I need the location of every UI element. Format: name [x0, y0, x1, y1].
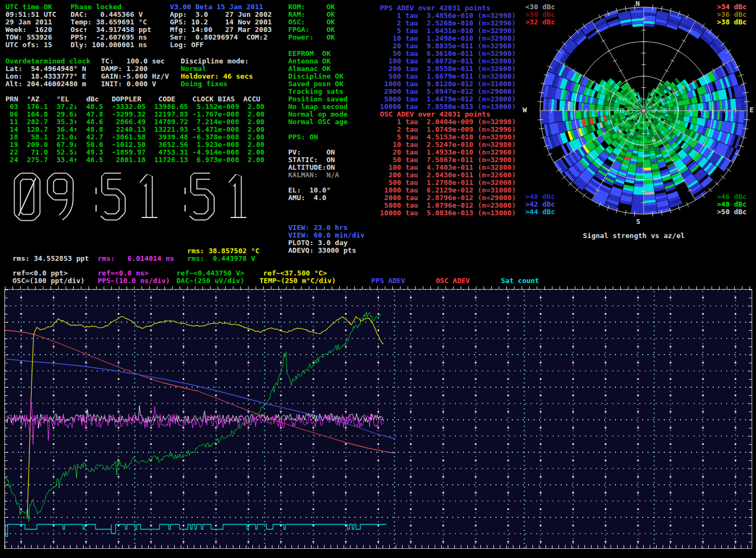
- lady-heather-screen: UTC time OK 09:51:51 UTC29 Jan 2011Week:…: [0, 0, 756, 558]
- osc_adev-row: 10 tau 2.5247e-010 (n=32980): [380, 141, 516, 149]
- phase-line: Temp: 38.659691 °C: [71, 18, 151, 26]
- polar-legend-item: >30 dBc: [525, 11, 555, 18]
- position-block: Overdetermined clock Lat: 54.4964948° NL…: [5, 57, 91, 88]
- receiver-status-block: ROM: OKRAM: OKOSC: OKFPGA: OKPower: OK: [288, 3, 335, 41]
- receiver-status-line: RAM: OK: [288, 11, 335, 18]
- discipline-mode-line: Doing fixes: [181, 80, 253, 88]
- polar-legend-item: >36 dBc: [717, 11, 747, 18]
- minor-status-line: No leap second: [288, 103, 348, 111]
- utc-line: 29 Jan 2011: [5, 18, 56, 26]
- osc-adev-table: OSC ADEV over 42031 points 1 tau 2.0404e…: [380, 111, 516, 217]
- phase-block: Phase locked DAC: 0.445366 VTemp: 38.659…: [71, 3, 151, 49]
- fix-flags-block: PV: ONSTATIC: ONALTITUDE:ON KALMAN: N/A: [288, 149, 339, 179]
- osc_adev-row: 50 tau 7.5867e-011 (n=32900): [380, 156, 516, 164]
- minor-status-line: Tracking sats: [288, 88, 348, 95]
- rms-temp-label: rms: 38.857502 °C: [187, 247, 259, 255]
- phase-line: Dly: 100.000001 ns: [71, 41, 151, 49]
- pps-state-block: PPS: ON: [288, 133, 318, 141]
- pps_adev-row: 10 tau 1.2498e-010 (n=32980): [380, 35, 516, 42]
- polar-legend-item: >44 dBc: [525, 208, 555, 216]
- loop-params-block: TC: 100.0 secDAMP: 1.200GAIN:-5.000 Hz/V…: [101, 57, 169, 88]
- receiver-status-line: Power: OK: [288, 34, 335, 41]
- strip-chart-svg: [5, 290, 752, 548]
- receiver-status-line: ROM: OK: [288, 3, 335, 11]
- signal-level-line: EL: 10.0°: [288, 187, 331, 194]
- position-line: Lon: 18.4333777° E: [5, 73, 91, 80]
- utc-line: Week: 1620: [5, 26, 56, 34]
- phase-status: Phase locked: [71, 3, 151, 11]
- pps_adev-row: 50 tau 6.3610e-011 (n=32900): [380, 50, 516, 57]
- fix-flag-line: STATIC: ON: [288, 156, 339, 164]
- rms-osc-label: rms: 34.552853 ppt: [12, 255, 89, 262]
- fix-flag-line: ALTITUDE:ON: [288, 164, 339, 171]
- pps-adev-title: PPS ADEV over 42031 points: [380, 4, 516, 12]
- polar-legend-item: >40 dBc: [525, 193, 555, 201]
- ref-osc-label: ref=<0.0 ppt>: [12, 270, 68, 277]
- rms-dac-label: rms: 0.443978 V: [187, 255, 255, 262]
- osc_adev-row: 2 tau 1.0749e-009 (n=32996): [380, 126, 516, 133]
- pps_adev-row: 100 tau 4.6072e-011 (n=32800): [380, 57, 516, 65]
- minor-status-line: Normal OSC age: [288, 118, 348, 126]
- pps_adev-row: 20 tau 9.8835e-011 (n=32960): [380, 42, 516, 50]
- loop-param-line: INIT: 0.000 V: [101, 80, 169, 88]
- phase-line: DAC: 0.445366 V: [71, 11, 151, 18]
- osc_adev-row: 10000 tau 5.0836e-013 (n=13000): [380, 209, 516, 217]
- osc_adev-row: 1 tau 2.0404e-009 (n=32998): [380, 118, 516, 126]
- discipline-mode-label: Discipline mode:: [181, 57, 253, 65]
- osc_adev-row: 100 tau 4.7403e-011 (n=32800): [380, 164, 516, 171]
- version-line: Mfg: 14:00 27 Mar 2003: [170, 26, 272, 34]
- pps_adev-row: 1000 tau 9.8128e-012 (n=31000): [380, 80, 516, 88]
- scale-osc-label: OSC=(100 ppt/div): [12, 277, 85, 285]
- sat-table-row: 11 282.7 35.3↑ 48.6 2866.49 14789.72 7.2…: [5, 118, 264, 126]
- version-line: App: 3.0 27 Jun 2002: [170, 11, 272, 18]
- utc-line: UTC ofs: 15: [5, 41, 56, 49]
- utc-line: TOW: 553926: [5, 34, 56, 41]
- utc-line: 09:51:51 UTC: [5, 11, 56, 18]
- pps-state: PPS: ON: [288, 133, 318, 141]
- osc_adev-row: 1000 tau 6.2129e-012 (n=31000): [380, 187, 516, 194]
- sat-table-row: 18 58.1 21.0↓ 42.7 -3061.58 3939.48 -6.3…: [5, 133, 264, 141]
- scale-pps-label: PPS~(10.0 ns/div): [98, 277, 170, 285]
- view-settings-block: VIEW: 23.0 hrsVIEW: 60.0 min/divPLOTQ: 3…: [288, 224, 365, 254]
- view-setting-line: VIEW: 60.0 min/div: [288, 232, 365, 239]
- sat-table-row: 22 71.0 52.5↓ 49.3 -1859.97 4753.31 -4.9…: [5, 149, 264, 156]
- odc-title: Overdetermined clock: [5, 57, 91, 65]
- osc_adev-row: 5 tau 4.5153e-010 (n=32990): [380, 133, 516, 141]
- position-line: Alt: 204.46002480 m: [5, 80, 91, 88]
- discipline-mode-line: Holdover: 46 secs: [181, 73, 253, 80]
- minor-status-line: Saved posn OK: [288, 80, 348, 88]
- plot-legend-osc-adev: OSC ADEV: [436, 277, 470, 285]
- version-line: GPS: 10.2 14 Nov 2001: [170, 18, 272, 26]
- receiver-status-line: FPGA: OK: [288, 26, 335, 34]
- polar-legend-item: >50 dBc: [717, 208, 747, 216]
- polar-legend-item: >38 dBc: [717, 18, 747, 26]
- loop-param-line: DAMP: 1.200: [101, 65, 169, 73]
- scale-dac-label: DAC~(250 uV/div): [176, 277, 244, 285]
- sat-table-row: 24 275.7 33.4↑ 46.5 2801.18 11726.13 6.9…: [5, 156, 264, 164]
- pps_adev-row: 2000 tau 5.6947e-012 (n=29000): [380, 88, 516, 95]
- polar-legend-item: >42 dBc: [525, 201, 555, 208]
- osc_adev-row: 20 tau 1.4933e-010 (n=32960): [380, 149, 516, 156]
- view-setting-line: VIEW: 23.0 hrs: [288, 224, 365, 232]
- compass-north-label: N: [636, 0, 640, 8]
- view-setting-line: PLOTQ: 3.0 day: [288, 239, 365, 247]
- polar-legend-item: >32 dBc: [525, 18, 555, 26]
- position-line: Lat: 54.4964948° N: [5, 65, 91, 73]
- loop-param-line: TC: 100.0 sec: [101, 57, 169, 65]
- pps-adev-table: PPS ADEV over 42031 points 1 tau 3.4856e…: [380, 4, 516, 111]
- satellite-table: PRN °AZ °EL dBc DOPPLER CODE CLOCK BIAS …: [5, 95, 264, 164]
- minor-status-line: Position saved: [288, 95, 348, 103]
- rms-pps-label: rms: 6.014014 ns: [98, 255, 174, 262]
- strip-chart[interactable]: [4, 289, 752, 549]
- version-line: Ser: 0.80296974 COM:2: [170, 34, 272, 41]
- minor-status-line: EEPROM OK: [288, 50, 348, 57]
- sat-table-row: 19 209.0 67.9↓ 50.0 -1012.50 3652.56 1.9…: [5, 141, 264, 149]
- pps_adev-row: 500 tau 1.6679e-011 (n=32000): [380, 73, 516, 80]
- kalman-flag: KALMAN: N/A: [288, 171, 339, 179]
- sat-table-row: 14 120.7 36.4↑ 48.8 2240.13 13221.93 -5.…: [5, 126, 264, 133]
- polar-legend-item: >48 dBc: [717, 201, 747, 208]
- azel-signal-map: [535, 2, 754, 221]
- utc-time-status: UTC time OK: [5, 3, 56, 11]
- receiver-status-line: OSC: OK: [288, 18, 335, 26]
- minor-status-line: Discipline OK: [288, 73, 348, 80]
